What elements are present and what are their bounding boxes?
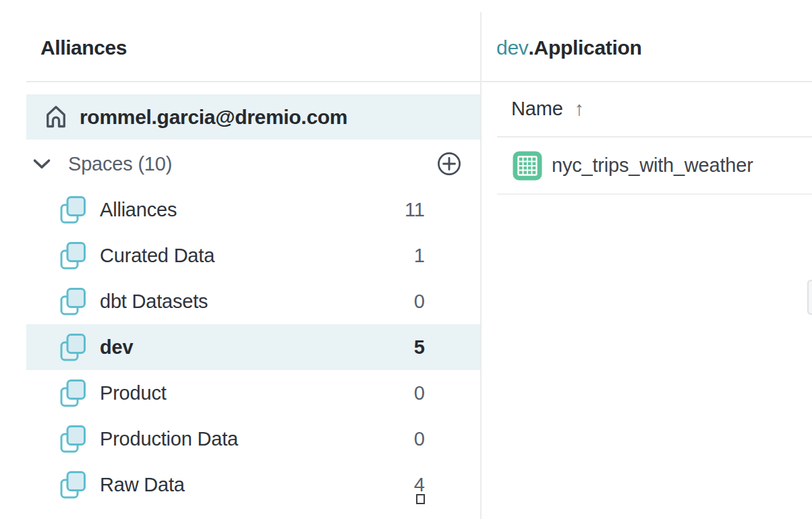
space-item-dbt-datasets[interactable]: dbt Datasets 0 — [26, 278, 480, 324]
spaces-list: Alliances 11 Curated Data 1 dbt Datasets… — [26, 187, 480, 508]
space-icon — [59, 425, 86, 454]
missing-glyph-box — [416, 494, 425, 504]
space-item-curated-data[interactable]: Curated Data 1 — [26, 233, 480, 278]
space-name: Alliances — [100, 199, 177, 221]
catalog-sidebar: Alliances rommel.garcia@dremio.com Space… — [0, 0, 480, 519]
table-row-dataset[interactable]: nyc_trips_with_weather — [482, 138, 812, 193]
breadcrumb-folder: Application — [534, 36, 642, 59]
breadcrumb-separator: . — [528, 36, 533, 59]
space-count: 0 — [402, 428, 425, 450]
space-count: 4 — [402, 474, 425, 496]
space-item-alliances[interactable]: Alliances 11 — [26, 187, 480, 233]
divider — [26, 81, 480, 82]
space-count: 0 — [402, 382, 425, 404]
space-icon — [59, 241, 86, 270]
space-name: Curated Data — [100, 245, 214, 267]
space-item-raw-data[interactable]: Raw Data 4 — [26, 462, 480, 508]
space-count: 0 — [402, 291, 425, 313]
space-item-production-data[interactable]: Production Data 0 — [26, 416, 480, 462]
dataset-table-icon — [513, 151, 542, 181]
space-icon — [59, 195, 86, 224]
breadcrumb: dev.Application — [496, 36, 642, 59]
space-name: dbt Datasets — [100, 291, 208, 313]
spaces-section-header[interactable]: Spaces (10) — [26, 146, 480, 182]
space-icon — [59, 287, 86, 316]
add-space-button[interactable] — [436, 151, 462, 177]
breadcrumb-space-link[interactable]: dev — [496, 36, 528, 59]
dataset-name: nyc_trips_with_weather — [552, 154, 753, 177]
space-item-dev[interactable]: dev 5 — [26, 324, 480, 370]
home-space-item[interactable]: rommel.garcia@dremio.com — [26, 94, 480, 140]
divider — [497, 193, 812, 195]
spaces-section-label: Spaces (10) — [68, 153, 172, 175]
space-count: 1 — [402, 245, 425, 267]
space-icon — [59, 379, 86, 408]
home-user-email: rommel.garcia@dremio.com — [80, 106, 347, 129]
column-header-name[interactable]: Name ↑ — [482, 81, 812, 137]
space-name: dev — [100, 336, 133, 359]
home-icon — [42, 102, 70, 132]
space-count: 11 — [402, 199, 425, 221]
space-icon — [59, 333, 86, 362]
space-name: Product — [100, 382, 167, 404]
sort-ascending-icon[interactable]: ↑ — [575, 98, 585, 120]
chevron-down-icon[interactable] — [32, 158, 51, 170]
dataset-browser-panel: dev.Application Name ↑ nyc_trips_with_we… — [482, 0, 812, 519]
column-label: Name — [511, 98, 563, 120]
page-title: Alliances — [40, 36, 127, 59]
space-count: 5 — [402, 336, 425, 359]
space-name: Production Data — [100, 428, 238, 450]
space-icon — [59, 470, 86, 499]
space-name: Raw Data — [100, 474, 185, 496]
scrollbar-thumb[interactable] — [807, 280, 812, 315]
space-item-product[interactable]: Product 0 — [26, 370, 480, 416]
